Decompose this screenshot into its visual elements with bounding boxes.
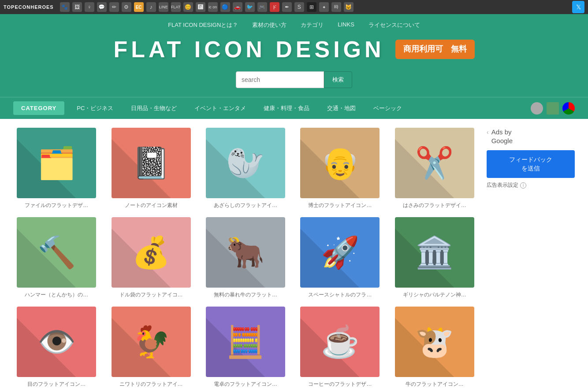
color-circle-gray[interactable] bbox=[531, 102, 543, 115]
ads-header: ‹ Ads byGoogle bbox=[487, 128, 575, 145]
icon-card[interactable]: 🔨ハンマー（とんかち）の… bbox=[13, 217, 100, 299]
icon-thumbnail: 💰 bbox=[112, 217, 191, 288]
cat-item-3[interactable]: 健康・料理・食品 bbox=[255, 101, 318, 116]
icon-label: ギリシャのパルテノン神… bbox=[403, 291, 466, 299]
free-badge: 商用利用可 無料 bbox=[395, 40, 475, 59]
category-nav: CATEGORY PC・ビジネス 日用品・生物など イベント・エンタメ 健康・料… bbox=[0, 97, 588, 119]
top-nav: FLAT ICON DESIGNとは？ 素材の使い方 カテゴリ LINKS ライ… bbox=[0, 21, 588, 29]
topbar-icon-1[interactable]: 🐾 bbox=[60, 2, 70, 12]
topbar-icon-15[interactable]: 🚗 bbox=[233, 2, 242, 12]
cat-item-2[interactable]: イベント・エンタメ bbox=[186, 101, 255, 116]
topbar-icon-7[interactable]: EC bbox=[134, 2, 144, 12]
icon-card[interactable]: ✂️はさみのフラットデザイ… bbox=[391, 128, 478, 209]
topbar-icon-9[interactable]: LINE bbox=[159, 2, 168, 12]
topbar-icon-6[interactable]: ⚙ bbox=[122, 2, 131, 12]
ads-title: Ads byGoogle bbox=[491, 128, 513, 145]
icon-thumbnail: ☕ bbox=[300, 307, 380, 377]
ads-settings[interactable]: 広告表示設定 i bbox=[487, 181, 575, 189]
nav-category[interactable]: カテゴリ bbox=[301, 21, 324, 29]
ads-back-arrow[interactable]: ‹ bbox=[487, 129, 489, 136]
nav-license[interactable]: ライセンスについて bbox=[368, 21, 420, 29]
twitter-icon[interactable]: 𝕏 bbox=[572, 1, 584, 13]
feedback-button[interactable]: フィードバックを送信 bbox=[487, 150, 575, 178]
topbar-icon-20[interactable]: S bbox=[294, 2, 304, 12]
icon-thumbnail: 🏛️ bbox=[395, 217, 474, 288]
icon-label: あざらしのフラットアイ… bbox=[214, 202, 277, 209]
icon-card[interactable]: 📓ノートのアイコン素材 bbox=[108, 128, 194, 209]
icon-label: 無料の暴れ牛のフラット… bbox=[214, 291, 277, 299]
icon-thumbnail: ✂️ bbox=[395, 128, 474, 198]
icon-label: 牛のフラットアイコン… bbox=[406, 381, 464, 388]
nav-usage[interactable]: 素材の使い方 bbox=[252, 21, 287, 29]
icon-thumbnail: 🔨 bbox=[17, 217, 96, 288]
main-content: 🗂️ファイルのフラットデザ…📓ノートのアイコン素材🦭あざらしのフラットアイ…👴博… bbox=[0, 119, 588, 392]
topbar-icon-14[interactable]: 🔵 bbox=[220, 2, 230, 12]
hero-section: FLAT ICON DESIGNとは？ 素材の使い方 カテゴリ LINKS ライ… bbox=[0, 14, 588, 119]
topbar-icon-21[interactable]: ⊞ bbox=[307, 2, 316, 12]
icon-card[interactable]: 💰ドル袋のフラットアイコ… bbox=[108, 217, 194, 299]
icon-card[interactable]: 🐓ニワトリのフラットアイ… bbox=[108, 307, 194, 388]
topbar-icon-18[interactable]: ド bbox=[270, 2, 279, 12]
topbar-icon-22[interactable]: ✦ bbox=[319, 2, 329, 12]
category-active-label[interactable]: CATEGORY bbox=[13, 101, 64, 115]
icon-thumbnail: 🧮 bbox=[206, 307, 285, 377]
cat-item-5[interactable]: ベーシック bbox=[365, 101, 411, 116]
search-button[interactable]: 検索 bbox=[324, 71, 352, 88]
topbar-icon-8[interactable]: ♪ bbox=[146, 2, 156, 12]
icon-card[interactable]: 🏛️ギリシャのパルテノン神… bbox=[391, 217, 478, 299]
icon-thumbnail: 🦭 bbox=[206, 128, 285, 198]
topbar-icon-3[interactable]: ♀ bbox=[85, 2, 94, 12]
search-input[interactable] bbox=[236, 71, 324, 88]
icon-thumbnail: 🐮 bbox=[395, 307, 474, 377]
icon-thumbnail: 📓 bbox=[112, 128, 191, 198]
icon-thumbnail: 🗂️ bbox=[17, 128, 96, 198]
info-icon[interactable]: i bbox=[520, 182, 526, 189]
icon-card[interactable]: 🧮電卓のフラットアイコン… bbox=[202, 307, 289, 388]
color-circle-multi[interactable] bbox=[562, 102, 575, 115]
icon-label: ニワトリのフラットアイ… bbox=[119, 381, 183, 388]
icon-card[interactable]: ☕コーヒーのフラットデザ… bbox=[297, 307, 383, 388]
badge-line2: 無料 bbox=[451, 44, 467, 53]
color-circle-green[interactable] bbox=[547, 102, 559, 115]
cat-item-1[interactable]: 日用品・生物など bbox=[122, 101, 186, 116]
site-logo[interactable]: TOPECONHEROES bbox=[4, 4, 54, 10]
topbar-icon-2[interactable]: 🖼 bbox=[72, 2, 82, 12]
topbar-icon-16[interactable]: 🐦 bbox=[245, 2, 255, 12]
topbar-icon-23[interactable]: 時 bbox=[331, 2, 341, 12]
icon-label: コーヒーのフラットデザ… bbox=[308, 381, 372, 388]
topbar-icon-17[interactable]: 🎮 bbox=[257, 2, 267, 12]
hero-title-area: FLAT ICON DESIGN 商用利用可 無料 bbox=[0, 36, 588, 63]
search-area: 検索 bbox=[0, 71, 588, 88]
icon-label: 電卓のフラットアイコン… bbox=[214, 381, 277, 388]
topbar-icon-11[interactable]: 😊 bbox=[183, 2, 193, 12]
topbar-icon-4[interactable]: 💬 bbox=[97, 2, 107, 12]
topbar-icon-24[interactable]: 😺 bbox=[344, 2, 354, 12]
icon-card[interactable]: 🐂無料の暴れ牛のフラット… bbox=[202, 217, 289, 299]
icon-label: ハンマー（とんかち）の… bbox=[25, 291, 88, 299]
icon-card[interactable]: 👴博士のフラットアイコン… bbox=[297, 128, 383, 209]
icon-label: 目のフラットアイコン… bbox=[27, 381, 86, 388]
icon-thumbnail: 🐓 bbox=[112, 307, 191, 377]
icon-label: 博士のフラットアイコン… bbox=[308, 202, 372, 209]
topbar-icon-12[interactable]: 🅿 bbox=[196, 2, 205, 12]
icon-label: はさみのフラットデザイ… bbox=[403, 202, 466, 209]
site-title: FLAT ICON DESIGN bbox=[113, 36, 384, 63]
icon-thumbnail: 👴 bbox=[300, 128, 380, 198]
ads-settings-label: 広告表示設定 bbox=[487, 181, 518, 189]
cat-item-0[interactable]: PC・ビジネス bbox=[68, 101, 122, 116]
topbar-icon-13[interactable]: ic on bbox=[208, 2, 218, 12]
badge-line1: 商用利用可 bbox=[403, 44, 443, 53]
nav-about[interactable]: FLAT ICON DESIGNとは？ bbox=[168, 21, 238, 29]
topbar-icon-5[interactable]: ✏ bbox=[109, 2, 119, 12]
icon-card[interactable]: 🐮牛のフラットアイコン… bbox=[391, 307, 478, 388]
topbar-icon-10[interactable]: FLAT bbox=[171, 2, 181, 12]
icon-card[interactable]: 🦭あざらしのフラットアイ… bbox=[202, 128, 289, 209]
cat-item-4[interactable]: 交通・地図 bbox=[318, 101, 365, 116]
topbar-icon-19[interactable]: ✒ bbox=[282, 2, 292, 12]
icon-thumbnail: 👁️ bbox=[17, 307, 96, 377]
icon-card[interactable]: 🚀スペースシャトルのフラ… bbox=[297, 217, 383, 299]
icon-label: ドル袋のフラットアイコ… bbox=[119, 291, 183, 299]
nav-links[interactable]: LINKS bbox=[338, 21, 354, 29]
icon-card[interactable]: 🗂️ファイルのフラットデザ… bbox=[13, 128, 100, 209]
icon-card[interactable]: 👁️目のフラットアイコン… bbox=[13, 307, 100, 388]
